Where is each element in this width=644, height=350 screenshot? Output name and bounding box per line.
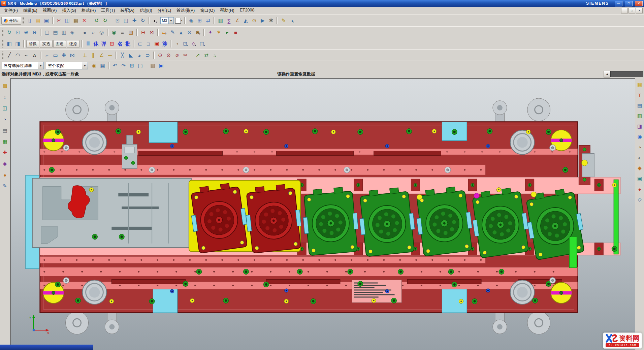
create-palette-icon[interactable]: ✚ [1,149,9,156]
tab-internet-explorer-icon[interactable]: ◉ [636,133,643,140]
cue-scrollbar[interactable]: ◄ [604,71,644,77]
deformable-part-icon[interactable]: ◇▾ [190,40,198,48]
red-grid-macro-button-icon[interactable]: ⊞ [108,40,116,48]
mdi-restore-button[interactable]: □ [629,8,635,13]
paste-icon[interactable]: ▦ [72,17,80,25]
wade-macro-button[interactable]: 涉 [161,40,169,48]
chevron-down-icon[interactable]: ▼ [38,62,43,69]
stop-simulation-icon[interactable]: ■ [231,28,240,36]
zoom-window-icon[interactable]: ◰ [122,17,130,25]
menu-item-0[interactable]: 文件(F) [1,7,21,14]
rendering-style-icon[interactable]: ◐▾ [151,17,160,25]
menu-item-10[interactable]: 窗口(O) [197,7,217,14]
update-model-icon[interactable]: ✶ [215,28,223,36]
interpart-link-icon[interactable]: ⊡▾ [181,40,190,48]
menu-item-11[interactable]: 帮助(H) [217,7,237,14]
restore-button[interactable]: 还原 [67,40,79,48]
tab-part-navigator-icon[interactable]: ▤ [636,102,643,109]
user-palette-icon[interactable]: ● [1,171,9,179]
die-station-2[interactable] [243,183,303,253]
assembly-load-options-icon[interactable]: ⊞ [195,17,204,25]
sketch-palette-icon[interactable]: ◫ [1,104,9,112]
menu-item-12[interactable]: ET2008 [237,7,257,14]
object-display-settings-icon[interactable]: ▧ [127,28,135,36]
unite-boolean-icon[interactable]: ⊕▾ [194,28,202,36]
part-family-icon[interactable]: ▥ [216,17,225,25]
edit-section-icon[interactable]: ⊟ [139,28,148,36]
toolbar-grip[interactable] [2,52,3,59]
clip-section-icon[interactable]: ⊠ [148,28,156,36]
menu-item-5[interactable]: 工具(T) [98,7,118,14]
die-station-3[interactable] [301,186,360,256]
solid-translucency-button[interactable]: 实透 [40,40,53,48]
cut-icon[interactable]: ✂ [55,17,63,25]
tab-roles-icon[interactable]: ● [636,185,643,193]
direction-vector-icon[interactable]: ↗ [194,51,202,59]
toolbar-grip[interactable] [2,40,3,47]
view-layout-combo[interactable]: M3▼ [160,17,174,24]
zoom-out-icon[interactable]: ⊖ [30,28,39,36]
select-next-icon[interactable]: ↷ [119,62,128,70]
view-isometric-icon[interactable]: ◈ [68,28,76,36]
display-filter-1-icon[interactable]: ◧ [5,40,13,48]
bars-macro-button-icon[interactable]: Ⅲ [84,40,92,48]
snap-point-icon[interactable]: ⊙ [250,17,258,25]
object-color-swatch[interactable]: ▾ [175,18,183,24]
hidden-edge-display-icon[interactable]: ◎ [97,28,106,36]
menu-item-6[interactable]: 装配(A) [118,7,137,14]
document-palette-icon[interactable]: ▤ [1,127,9,134]
zoom-in-icon[interactable]: ⊕ [22,28,30,36]
pan-view-icon[interactable]: ✚ [130,17,139,25]
cad-scene[interactable]: Y X [11,79,635,350]
pause-macro-button[interactable]: 休 [92,40,100,48]
offset-curve-icon[interactable]: ⊃ [143,51,152,59]
snap-toggle-icon[interactable]: ◉ [90,62,98,70]
toolbar-grip[interactable] [2,29,3,36]
chevron-down-icon[interactable]: ▼ [168,18,173,24]
perpendicular-constraint-icon[interactable]: ⊥ [80,51,89,59]
fit-view-icon[interactable]: ⊡ [13,28,22,36]
tab-manufacturing-wizards-icon[interactable]: ▣ [636,175,643,182]
ellipse-tool-icon[interactable]: ⊘ [164,51,173,59]
close-button[interactable]: ✕ [635,1,643,6]
tab-history-icon[interactable]: ◔ [636,144,643,151]
chart-palette-icon[interactable]: ▦ [1,138,9,145]
select-tool-icon[interactable]: ▶ [258,17,267,25]
maximize-button[interactable]: □ [625,1,633,6]
shaded-display-icon[interactable]: ● [80,28,89,36]
orient-view-icon[interactable]: ◈▾ [187,17,195,25]
deselect-all-icon[interactable]: ▢ [136,62,144,70]
menu-item-1[interactable]: 编辑(E) [21,7,40,14]
parallel-constraint-icon[interactable]: ∥ [89,51,97,59]
wave-link-icon[interactable]: ◔ [173,40,181,48]
show-hide-icon[interactable]: ◑▾ [288,17,296,25]
measure-distance-icon[interactable]: ∠ [233,17,242,25]
fillet-curve-icon[interactable]: ◕ [135,51,143,59]
quick-trim-icon[interactable]: ✂ [181,51,190,59]
open-in-window-icon[interactable]: ▣ [157,62,165,70]
die-station-5[interactable] [413,185,475,257]
name-macro-button[interactable]: 名 [116,40,124,48]
selection-filter-dropdown[interactable]: 没有选择过滤器 ▼ [2,62,44,69]
expressions-icon[interactable]: ∑ [225,17,233,25]
transfer-arrows-icon[interactable]: ↕ [1,93,9,101]
reverse-direction-icon[interactable]: ⇄ [202,51,211,59]
chamfer-curve-icon[interactable]: ◣ [127,51,135,59]
small-tool-1-icon[interactable]: ⊏ [136,40,144,48]
move-component-icon[interactable]: ⇄ [204,17,212,25]
mdi-minimize-button[interactable]: — [621,8,628,13]
delete-icon[interactable]: ✕ [80,17,89,25]
diameter-dimension-icon[interactable]: ⌀ [173,51,181,59]
selection-scope-dropdown[interactable]: 整个装配 ▼ [46,62,88,69]
curve-analysis-icon[interactable]: ≈ [211,51,219,59]
arc-tool-icon[interactable]: ◠ [13,51,22,59]
highlight-toggle-icon[interactable]: ▦ [98,62,107,70]
wireframe-display-icon[interactable]: ○ [89,28,97,36]
hole-feature-icon[interactable]: ⊘ [185,28,194,36]
tab-constraint-navigator-icon[interactable]: T [636,91,643,99]
display-filter-2-icon[interactable]: ◨ [13,40,22,48]
view-side-icon[interactable]: ▥ [60,28,68,36]
material-properties-icon[interactable]: ◭ [242,17,250,25]
menu-item-3[interactable]: 插入(S) [59,7,79,14]
equal-constraint-icon[interactable]: ═ [106,51,114,59]
